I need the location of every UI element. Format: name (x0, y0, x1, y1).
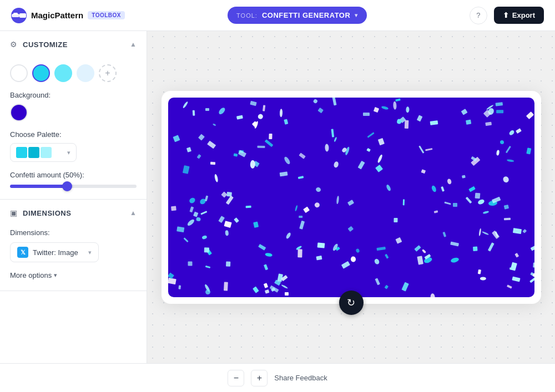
confetti-piece (279, 171, 287, 176)
confetti-piece (396, 237, 402, 243)
swatch-white[interactable] (10, 64, 28, 82)
header-right: ? ⬆ Export (470, 7, 544, 24)
color-swatches: + (10, 60, 137, 82)
dimensions-dropdown[interactable]: 𝕏 Twitter: Image ▾ (10, 242, 99, 262)
dimensions-icon: ▣ (10, 208, 17, 217)
confetti-piece (250, 160, 255, 169)
confetti-piece (214, 174, 219, 182)
swatch-light-cyan[interactable] (54, 64, 72, 82)
confetti-piece (341, 261, 350, 269)
tool-name: CONFETTI GENERATOR (262, 11, 350, 19)
confetti-piece (314, 201, 320, 208)
help-button[interactable]: ? (470, 7, 487, 24)
confetti-piece (205, 266, 211, 269)
more-options-button[interactable]: More options ▾ (10, 271, 137, 279)
confetti-piece (377, 154, 384, 163)
confetti-piece (336, 196, 339, 204)
confetti-piece (431, 185, 437, 192)
palette-color-2 (28, 147, 39, 158)
add-swatch-button[interactable]: + (99, 64, 117, 82)
confetti-piece (265, 140, 274, 147)
confetti-piece (526, 111, 534, 119)
confetti-piece (395, 98, 401, 101)
confetti-piece (478, 269, 482, 274)
customize-icon: ⚙ (10, 40, 17, 49)
tool-selector-button[interactable]: TOOL: CONFETTI GENERATOR ▾ (228, 7, 367, 24)
help-icon: ? (476, 11, 480, 19)
dimensions-title: DIMENSIONS (23, 209, 71, 217)
header: MagicPattern TOOLBOX TOOL: CONFETTI GENE… (0, 0, 555, 31)
swatch-pale-blue[interactable] (77, 64, 94, 82)
confetti-piece (196, 217, 201, 221)
confetti-piece (450, 257, 460, 263)
confetti-piece (483, 211, 490, 215)
confetti-piece (417, 115, 422, 121)
collapse-icon: ▲ (130, 40, 137, 48)
confetti-piece (434, 210, 438, 213)
confetti-slider-track[interactable] (10, 185, 137, 188)
confetti-piece (503, 205, 509, 210)
customize-section-header[interactable]: ⚙ CUSTOMIZE ▲ (0, 31, 147, 58)
confetti-piece (378, 138, 385, 145)
background-color-swatch[interactable] (10, 104, 28, 121)
confetti-piece (482, 231, 489, 236)
confetti-piece (218, 106, 226, 115)
confetti-piece (406, 106, 409, 113)
confetti-piece (367, 133, 374, 139)
zoom-out-icon: − (234, 373, 239, 383)
confetti-piece (468, 186, 476, 192)
confetti-piece (299, 216, 302, 218)
palette-color-1 (16, 147, 27, 158)
confetti-piece (500, 140, 504, 144)
confetti-piece (488, 242, 495, 251)
confetti-piece (332, 98, 336, 106)
confetti-piece (508, 129, 515, 136)
confetti-piece (188, 197, 196, 205)
confetti-piece (294, 205, 297, 212)
confetti-piece (492, 231, 500, 240)
confetti-piece (225, 230, 229, 236)
dimensions-section: ▣ DIMENSIONS ▲ Dimensions: 𝕏 Twitter: Im… (0, 200, 147, 291)
zoom-in-icon: + (257, 373, 262, 383)
confetti-piece (421, 249, 426, 253)
confetti-piece (334, 137, 337, 142)
share-feedback-button[interactable]: Share Feedback (274, 374, 327, 382)
confetti-piece (348, 226, 354, 232)
header-left: MagicPattern TOOLBOX (11, 8, 125, 23)
confetti-piece (357, 160, 365, 169)
export-button[interactable]: ⬆ Export (494, 7, 544, 24)
zoom-out-button[interactable]: − (228, 370, 244, 386)
app-name: MagicPattern (31, 11, 83, 20)
confetti-piece (466, 120, 471, 125)
zoom-in-button[interactable]: + (251, 370, 268, 386)
palette-dropdown[interactable]: ▾ (10, 143, 77, 162)
confetti-piece (189, 206, 194, 212)
confetti-piece (246, 206, 251, 208)
more-options-chevron-icon: ▾ (54, 272, 57, 279)
confetti-piece (401, 282, 408, 292)
canvas-area: ↻ (147, 31, 555, 363)
confetti-piece (486, 121, 492, 126)
canvas-frame: ↻ (162, 91, 541, 304)
confetti-piece (201, 235, 208, 240)
main: ⚙ CUSTOMIZE ▲ + Background: Choose (0, 31, 555, 363)
confetti-piece (450, 242, 459, 247)
confetti-piece (284, 156, 291, 165)
confetti-piece (514, 253, 519, 257)
confetti-piece (516, 128, 522, 134)
confetti-piece (285, 292, 289, 296)
confetti-piece (529, 277, 534, 283)
dimensions-section-header[interactable]: ▣ DIMENSIONS ▲ (0, 200, 147, 226)
confetti-piece (530, 245, 534, 251)
dimensions-label: Dimensions: (10, 228, 137, 237)
confetti-piece (430, 120, 438, 125)
confetti-piece (263, 105, 265, 111)
confetti-slider-thumb[interactable] (62, 181, 72, 191)
confetti-piece (210, 161, 216, 164)
swatch-cyan[interactable] (32, 64, 50, 82)
rotate-button[interactable]: ↻ (339, 291, 364, 315)
customize-section: ⚙ CUSTOMIZE ▲ + Background: Choose (0, 31, 147, 200)
confetti-piece (182, 101, 188, 109)
confetti-piece (425, 148, 433, 151)
confetti-piece (504, 217, 511, 220)
